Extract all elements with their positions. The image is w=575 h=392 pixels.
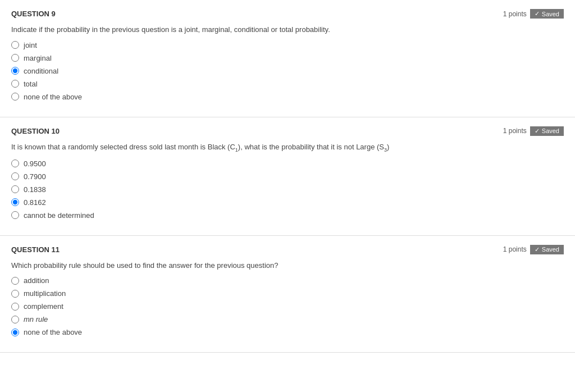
question-10-text-prefix: It is known that a randomly selected dre…: [11, 143, 235, 151]
list-item: none of the above: [11, 328, 564, 336]
question-11-option-mn[interactable]: [11, 316, 19, 323]
question-9-points: 1 points: [503, 10, 527, 18]
question-9-text: Indicate if the probability in the previ…: [11, 24, 564, 35]
question-10-label-0950: 0.9500: [24, 159, 46, 168]
list-item: marginal: [11, 54, 564, 62]
question-11-points-badge: 1 points ✓ Saved: [503, 245, 564, 254]
question-11-saved-badge: ✓ Saved: [530, 245, 564, 254]
question-9-option-marginal[interactable]: [11, 54, 19, 62]
question-10-text-suffix: ): [387, 143, 389, 151]
question-11-label-complement: complement: [24, 302, 63, 311]
list-item: 0.7900: [11, 172, 564, 181]
question-9-saved-badge: ✓ Saved: [530, 9, 564, 19]
list-item: none of the above: [11, 93, 564, 101]
question-11-points: 1 points: [503, 245, 527, 253]
question-9-header: QUESTION 9 1 points ✓ Saved: [11, 9, 564, 19]
question-9-option-total[interactable]: [11, 80, 19, 88]
question-9-points-badge: 1 points ✓ Saved: [503, 9, 564, 19]
question-10-option-cannot[interactable]: [11, 211, 19, 219]
question-11-option-complement[interactable]: [11, 303, 19, 311]
list-item: 0.8162: [11, 198, 564, 207]
question-10-label-cannot: cannot be determined: [24, 211, 94, 220]
question-10-text: It is known that a randomly selected dre…: [11, 142, 564, 154]
question-10-points: 1 points: [503, 127, 527, 135]
list-item: conditional: [11, 67, 564, 75]
question-9-options: joint marginal conditional total none of…: [11, 41, 564, 101]
question-9-saved-label: Saved: [542, 11, 559, 17]
question-9-option-none[interactable]: [11, 93, 19, 101]
list-item: 0.1838: [11, 185, 564, 194]
question-9-label-total: total: [24, 80, 38, 88]
list-item: cannot be determined: [11, 211, 564, 220]
question-11-header: QUESTION 11 1 points ✓ Saved: [11, 245, 564, 254]
question-9-label-none: none of the above: [24, 93, 82, 101]
question-10-points-badge: 1 points ✓ Saved: [503, 126, 564, 136]
question-10-header: QUESTION 10 1 points ✓ Saved: [11, 126, 564, 136]
question-11-check-icon: ✓: [535, 246, 540, 253]
question-9-label-conditional: conditional: [24, 67, 58, 75]
question-9-option-joint[interactable]: [11, 41, 19, 49]
list-item: mn rule: [11, 315, 564, 323]
question-11-title: QUESTION 11: [11, 245, 60, 254]
question-10-check-icon: ✓: [535, 127, 540, 135]
question-10-label-08162: 0.8162: [24, 198, 46, 207]
question-9-title: QUESTION 9: [11, 10, 56, 18]
question-11-option-multiplication[interactable]: [11, 290, 19, 298]
question-11-label-multiplication: multiplication: [24, 289, 66, 298]
question-10-block: QUESTION 10 1 points ✓ Saved It is known…: [0, 117, 575, 236]
question-11-options: addition multiplication complement mn ru…: [11, 276, 564, 336]
question-10-title: QUESTION 10: [11, 127, 60, 135]
question-11-option-addition[interactable]: [11, 277, 19, 285]
question-9-block: QUESTION 9 1 points ✓ Saved Indicate if …: [0, 0, 575, 117]
question-11-block: QUESTION 11 1 points ✓ Saved Which proba…: [0, 236, 575, 353]
list-item: complement: [11, 302, 564, 311]
question-10-saved-badge: ✓ Saved: [530, 126, 564, 136]
question-9-check-icon: ✓: [535, 10, 540, 17]
question-11-text: Which probability rule should be used to…: [11, 260, 564, 271]
question-10-label-01838: 0.1838: [24, 185, 46, 194]
question-10-text-mid: ), what is the probability that it is no…: [238, 143, 384, 151]
question-10-option-08162[interactable]: [11, 198, 19, 206]
question-10-options: 0.9500 0.7900 0.1838 0.8162 cannot be de…: [11, 159, 564, 220]
question-10-option-01838[interactable]: [11, 185, 19, 193]
question-9-option-conditional[interactable]: [11, 67, 19, 75]
question-11-saved-label: Saved: [542, 246, 559, 253]
question-10-label-0790: 0.7900: [24, 172, 46, 181]
question-11-option-none[interactable]: [11, 329, 19, 336]
list-item: joint: [11, 41, 564, 49]
list-item: total: [11, 80, 564, 88]
question-10-option-0950[interactable]: [11, 159, 19, 167]
list-item: addition: [11, 276, 564, 285]
question-11-label-addition: addition: [24, 276, 49, 285]
question-9-label-marginal: marginal: [24, 54, 52, 62]
question-10-option-0790[interactable]: [11, 172, 19, 180]
list-item: multiplication: [11, 289, 564, 298]
question-10-saved-label: Saved: [542, 127, 559, 134]
list-item: 0.9500: [11, 159, 564, 168]
question-11-label-mn: mn rule: [24, 315, 48, 323]
question-9-label-joint: joint: [24, 41, 37, 49]
question-11-label-none: none of the above: [24, 328, 82, 336]
